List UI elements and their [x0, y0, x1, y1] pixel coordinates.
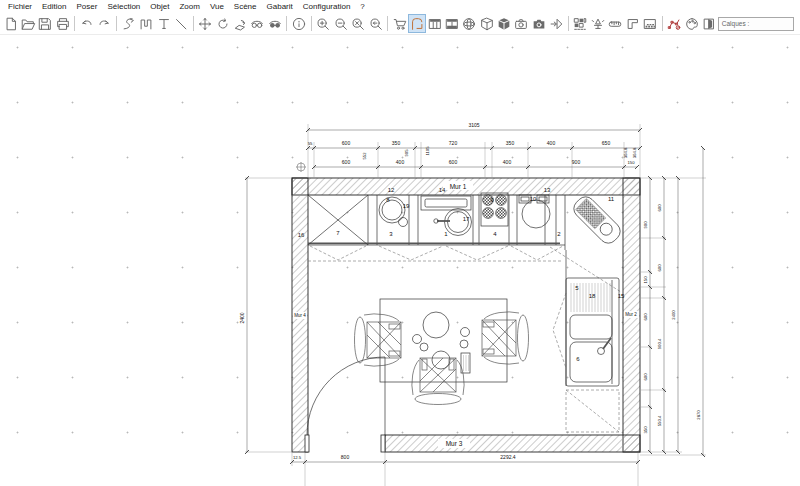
corner-diagonal-unit — [570, 193, 624, 247]
chair-left — [355, 314, 402, 366]
dimensions-top: 3105 55 600 350 720 350 400 650 600 400 … — [296, 122, 642, 178]
svg-text:800: 800 — [341, 454, 350, 460]
svg-text:400: 400 — [396, 159, 405, 165]
round-unit — [522, 200, 550, 228]
dimensions-left: 2400 — [239, 176, 292, 454]
svg-text:12: 12 — [388, 187, 395, 193]
wall-label-mur1: Mur 1 — [450, 183, 467, 190]
svg-text:15: 15 — [618, 293, 625, 299]
svg-text:12.5: 12.5 — [293, 455, 302, 460]
svg-text:9: 9 — [490, 197, 494, 203]
svg-text:552: 552 — [362, 152, 367, 160]
wall-label-mur3: Mur 3 — [446, 440, 463, 447]
svg-text:650: 650 — [602, 140, 611, 146]
svg-text:600: 600 — [657, 204, 662, 212]
svg-text:350: 350 — [392, 140, 401, 146]
svg-text:5: 5 — [575, 285, 579, 291]
svg-text:400: 400 — [547, 140, 556, 146]
svg-text:304.8: 304.8 — [632, 147, 637, 158]
dimensions-right: 900 150 600 600 350 600 600 900.4 550.4 … — [640, 146, 706, 457]
svg-text:14: 14 — [439, 187, 446, 193]
svg-text:6: 6 — [576, 356, 580, 362]
door-swing-arc — [307, 357, 385, 435]
svg-text:600: 600 — [643, 313, 648, 321]
svg-text:600: 600 — [449, 159, 458, 165]
svg-text:150: 150 — [628, 160, 636, 165]
door[interactable] — [305, 357, 385, 452]
svg-text:3105: 3105 — [468, 122, 479, 128]
svg-text:2400: 2400 — [671, 310, 676, 320]
svg-text:350: 350 — [506, 140, 515, 146]
kitchen-right-run[interactable] — [553, 250, 619, 432]
svg-text:600: 600 — [657, 264, 662, 272]
svg-text:600: 600 — [643, 373, 648, 381]
svg-text:550.4: 550.4 — [657, 415, 662, 426]
item-labels: 16 7 12 8 19 3 14 1 17 9 4 13 10 2 11 5 … — [298, 187, 625, 362]
kitchen-top-run[interactable] — [308, 193, 624, 292]
svg-text:55: 55 — [308, 141, 313, 146]
tall-cabinet-cross — [308, 195, 368, 245]
svg-text:16: 16 — [298, 232, 305, 238]
svg-text:3: 3 — [389, 231, 393, 237]
sink-bowl-left — [379, 197, 405, 223]
svg-text:2870: 2870 — [696, 410, 701, 420]
wall-label-mur4: Mur 4 — [294, 313, 306, 318]
svg-text:900: 900 — [643, 221, 648, 229]
dining-table[interactable] — [355, 299, 529, 405]
wall-mur3 — [385, 435, 640, 452]
svg-text:19: 19 — [403, 203, 410, 209]
svg-text:13: 13 — [544, 187, 551, 193]
svg-text:304.8: 304.8 — [623, 147, 628, 158]
wall-label-mur2: Mur 2 — [625, 312, 637, 317]
svg-text:1: 1 — [444, 231, 448, 237]
svg-text:18: 18 — [589, 293, 596, 299]
chair-bottom — [412, 358, 464, 405]
svg-text:150: 150 — [643, 276, 648, 284]
svg-text:2400: 2400 — [239, 312, 245, 323]
svg-text:17: 17 — [463, 216, 470, 222]
svg-text:11: 11 — [608, 196, 615, 202]
svg-text:350: 350 — [643, 426, 648, 434]
chair-right — [482, 312, 529, 364]
svg-text:600: 600 — [342, 140, 351, 146]
svg-text:400: 400 — [503, 159, 512, 165]
svg-text:905: 905 — [404, 149, 409, 157]
svg-text:2292.4: 2292.4 — [500, 454, 516, 460]
floor-plan: Mur 1 Mur 2 Mur 3 Mur 4 — [0, 0, 800, 486]
svg-text:720: 720 — [449, 140, 458, 146]
svg-text:4: 4 — [493, 231, 497, 237]
svg-text:10: 10 — [530, 196, 537, 202]
svg-text:900: 900 — [572, 159, 581, 165]
svg-text:2: 2 — [557, 231, 561, 237]
sink-bowl-right — [445, 209, 472, 236]
svg-text:600: 600 — [342, 159, 351, 165]
svg-text:1105: 1105 — [425, 146, 430, 156]
svg-text:7: 7 — [336, 230, 340, 236]
hood-unit — [421, 196, 471, 210]
svg-text:900.4: 900.4 — [657, 338, 662, 349]
